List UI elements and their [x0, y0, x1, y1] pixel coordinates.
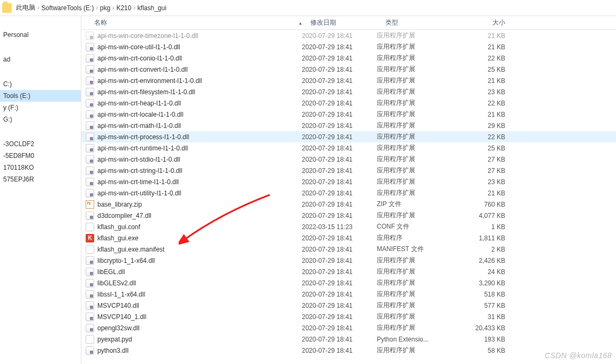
dll-icon	[86, 211, 94, 220]
file-type: 应用程序扩展	[377, 312, 452, 321]
zip-icon	[86, 200, 94, 209]
breadcrumb-segment[interactable]: kflash_gui	[136, 4, 168, 12]
file-row[interactable]: api-ms-win-core-util-l1-1-0.dll2020-07-2…	[81, 41, 616, 52]
file-row[interactable]: api-ms-win-crt-time-l1-1-0.dll2020-07-29…	[81, 176, 616, 187]
file-date: 2020-07-29 18:41	[302, 324, 377, 332]
sidebar-item[interactable]: G:)	[0, 113, 81, 125]
file-row[interactable]: api-ms-win-crt-environment-l1-1-0.dll202…	[81, 75, 616, 86]
file-row[interactable]: MSVCP140.dll2020-07-29 18:41应用程序扩展577 KB	[81, 300, 616, 311]
sidebar-item[interactable]: 170118KO	[0, 162, 81, 173]
file-row[interactable]: base_library.zip2020-07-29 18:41ZIP 文件76…	[81, 199, 616, 210]
file-size: 21 KB	[452, 111, 505, 118]
chevron-right-icon: ›	[95, 5, 98, 11]
dll-icon	[86, 279, 94, 287]
file-size: 3,290 KB	[452, 279, 505, 287]
file-row[interactable]: pyexpat.pyd2020-07-29 18:41Python Extens…	[81, 333, 616, 345]
breadcrumb-segment[interactable]: K210	[115, 4, 132, 12]
col-name[interactable]: 名称 ▴	[81, 18, 306, 27]
file-row[interactable]: api-ms-win-crt-utility-l1-1-0.dll2020-07…	[81, 187, 616, 199]
file-row[interactable]: api-ms-win-core-timezone-l1-1-0.dll2020-…	[81, 30, 616, 41]
file-row[interactable]: api-ms-win-crt-locale-l1-1-0.dll2020-07-…	[81, 109, 616, 120]
sidebar-item[interactable]: y (F:)	[0, 102, 81, 113]
file-row[interactable]: MSVCP140_1.dll2020-07-29 18:41应用程序扩展31 K…	[81, 311, 616, 322]
col-date[interactable]: 修改日期	[306, 18, 381, 27]
file-row[interactable]: opengl32sw.dll2020-07-29 18:41应用程序扩展20,4…	[81, 322, 616, 333]
file-row[interactable]: Kkflash_gui.exe2020-07-29 18:41应用程序1,811…	[81, 232, 616, 244]
file-name: d3dcompiler_47.dll	[97, 212, 151, 219]
pyd-icon	[86, 335, 94, 344]
file-type: ZIP 文件	[377, 200, 452, 209]
file-row[interactable]: libssl-1_1-x64.dll2020-07-29 18:41应用程序扩展…	[81, 289, 616, 300]
file-row[interactable]: kflash_gui.conf2022-03-15 11:23CONF 文件1 …	[81, 221, 616, 232]
file-name: opengl32sw.dll	[97, 324, 140, 332]
file-type: 应用程序扩展	[377, 31, 452, 40]
file-size: 518 KB	[452, 291, 505, 298]
file-size: 22 KB	[452, 133, 505, 141]
file-list[interactable]: api-ms-win-core-timezone-l1-1-0.dll2020-…	[81, 30, 616, 364]
sidebar-item[interactable]: -5ED8FM0	[0, 150, 81, 162]
breadcrumb-segment[interactable]: SoftwareTools (E:)	[40, 4, 95, 12]
file-size: 21 KB	[452, 32, 505, 40]
file-name: api-ms-win-crt-process-l1-1-0.dll	[97, 133, 189, 141]
file-name: api-ms-win-crt-convert-l1-1-0.dll	[97, 66, 188, 73]
file-row[interactable]: libcrypto-1_1-x64.dll2020-07-29 18:41应用程…	[81, 255, 616, 266]
file-row[interactable]: api-ms-win-crt-math-l1-1-0.dll2020-07-29…	[81, 120, 616, 131]
dll-icon	[86, 155, 94, 164]
file-date: 2020-07-29 18:41	[302, 145, 377, 152]
file-row[interactable]: kflash_gui.exe.manifest2020-07-29 18:41M…	[81, 244, 616, 255]
chevron-right-icon: ›	[111, 5, 115, 11]
file-row[interactable]: libEGL.dll2020-07-29 18:41应用程序扩展24 KB	[81, 266, 616, 277]
file-row[interactable]: api-ms-win-crt-stdio-l1-1-0.dll2020-07-2…	[81, 154, 616, 165]
file-type: 应用程序扩展	[377, 110, 452, 119]
sidebar-item[interactable]: -3OCLDF2	[0, 138, 81, 150]
file-date: 2020-07-29 18:41	[302, 77, 377, 85]
breadcrumb[interactable]: 此电脑›SoftwareTools (E:)›pkg›K210›kflash_g…	[15, 0, 168, 16]
file-size: 4,077 KB	[452, 212, 505, 219]
file-row[interactable]: d3dcompiler_47.dll2020-07-29 18:41应用程序扩展…	[81, 210, 616, 221]
address-bar[interactable]: 此电脑›SoftwareTools (E:)›pkg›K210›kflash_g…	[0, 0, 616, 16]
file-name: api-ms-win-crt-math-l1-1-0.dll	[97, 122, 181, 130]
col-type[interactable]: 类型	[381, 18, 456, 27]
breadcrumb-segment[interactable]: 此电脑	[15, 3, 36, 12]
file-row[interactable]: api-ms-win-crt-heap-l1-1-0.dll2020-07-29…	[81, 97, 616, 109]
file-date: 2020-07-29 18:41	[302, 201, 377, 208]
file-name: MSVCP140.dll	[97, 302, 139, 309]
file-row[interactable]: api-ms-win-crt-conio-l1-1-0.dll2020-07-2…	[81, 52, 616, 64]
breadcrumb-segment[interactable]: pkg	[99, 4, 111, 12]
sidebar-item[interactable]: C:)	[0, 78, 81, 90]
file-size: 2,426 KB	[452, 257, 505, 264]
sidebar-item[interactable]: Personal	[0, 29, 81, 41]
file-date: 2020-07-29 18:41	[302, 279, 377, 287]
chevron-right-icon: ›	[132, 5, 136, 11]
file-date: 2020-07-29 18:41	[302, 347, 377, 354]
file-row[interactable]: api-ms-win-crt-runtime-l1-1-0.dll2020-07…	[81, 142, 616, 154]
file-name: api-ms-win-crt-filesystem-l1-1-0.dll	[97, 88, 195, 96]
file-name: MSVCP140_1.dll	[97, 313, 146, 321]
file-size: 22 KB	[452, 100, 505, 107]
file-row[interactable]: api-ms-win-crt-convert-l1-1-0.dll2020-07…	[81, 64, 616, 75]
file-size: 1,811 KB	[452, 234, 505, 242]
file-type: 应用程序扩展	[377, 188, 452, 198]
file-type: 应用程序扩展	[377, 155, 452, 164]
sidebar-item[interactable]: 575EPJ6R	[0, 173, 81, 185]
file-size: 29 KB	[452, 122, 505, 130]
file-type: MANIFEST 文件	[377, 245, 452, 254]
file-type: 应用程序扩展	[377, 87, 452, 96]
file-row[interactable]: api-ms-win-crt-filesystem-l1-1-0.dll2020…	[81, 86, 616, 97]
file-date: 2020-07-29 18:41	[302, 43, 377, 51]
file-row[interactable]: api-ms-win-crt-process-l1-1-0.dll2020-07…	[81, 131, 616, 142]
file-date: 2022-03-15 11:23	[302, 223, 377, 231]
file-row[interactable]: api-ms-win-crt-string-l1-1-0.dll2020-07-…	[81, 165, 616, 176]
file-type: 应用程序扩展	[377, 65, 452, 74]
file-size: 21 KB	[452, 77, 505, 85]
sidebar-item[interactable]: ad	[0, 54, 81, 65]
file-type: 应用程序扩展	[377, 278, 452, 287]
file-date: 2020-07-29 18:41	[302, 212, 377, 219]
col-size[interactable]: 大小	[456, 18, 509, 27]
sidebar-item[interactable]: Tools (E:)	[0, 90, 81, 102]
file-name: api-ms-win-core-util-l1-1-0.dll	[97, 43, 180, 51]
file-date: 2020-07-29 18:41	[302, 122, 377, 130]
file-row[interactable]: libGLESv2.dll2020-07-29 18:41应用程序扩展3,290…	[81, 277, 616, 289]
file-size: 1 KB	[452, 223, 505, 231]
file-row[interactable]: python3.dll2020-07-29 18:41应用程序扩展58 KB	[81, 345, 616, 356]
